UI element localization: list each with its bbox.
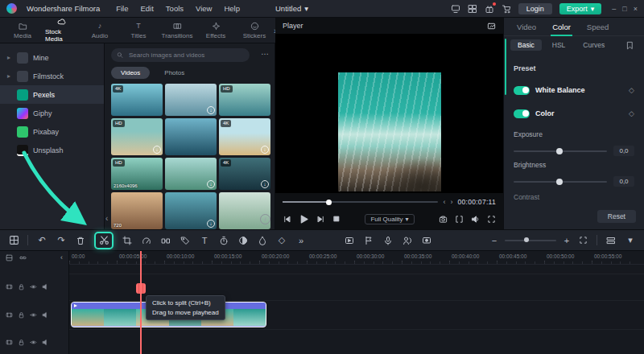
- player-detach-icon[interactable]: [487, 22, 496, 31]
- panel-collapse-icon[interactable]: ‹: [105, 214, 108, 223]
- undo-icon[interactable]: ↶: [36, 235, 47, 246]
- brightness-slider[interactable]: [514, 181, 607, 183]
- video-preview[interactable]: [338, 72, 441, 191]
- ripple-delete-icon[interactable]: [160, 235, 171, 246]
- toolbar-caret-icon[interactable]: ▾: [625, 235, 636, 246]
- zoom-slider-handle[interactable]: [524, 237, 529, 242]
- stock-video-thumbnail[interactable]: 4K: [111, 84, 163, 116]
- download-icon[interactable]: ↓: [261, 146, 269, 154]
- expand-chevron-icon[interactable]: ▸: [7, 54, 12, 61]
- text-tool-icon[interactable]: T: [199, 235, 210, 246]
- subtab-curves[interactable]: Curves: [576, 39, 612, 51]
- zoom-in-icon[interactable]: +: [561, 235, 572, 246]
- crop-icon[interactable]: [122, 235, 133, 246]
- stock-video-thumbnail[interactable]: ↓: [165, 84, 217, 116]
- previous-frame-button[interactable]: [283, 215, 291, 224]
- render-preview-icon[interactable]: [344, 235, 355, 246]
- subtab-hsl[interactable]: HSL: [545, 39, 573, 51]
- tab-stickers[interactable]: Stickers: [235, 22, 274, 39]
- login-button[interactable]: Login: [518, 3, 552, 14]
- lock-track-icon[interactable]: [18, 311, 25, 319]
- subtab-basic[interactable]: Basic: [510, 39, 542, 51]
- split-scissors-icon[interactable]: [98, 235, 109, 246]
- keyframe-icon[interactable]: ◇: [629, 86, 634, 94]
- playhead-handle[interactable]: [136, 283, 146, 294]
- more-tools-icon[interactable]: »: [295, 235, 307, 246]
- minimize-button[interactable]: –: [612, 5, 616, 13]
- exposure-value[interactable]: 0,0: [613, 146, 634, 156]
- seek-bar[interactable]: [283, 201, 438, 203]
- project-title-caret-icon[interactable]: ▾: [304, 4, 308, 13]
- tab-effects[interactable]: Effects: [196, 22, 235, 39]
- playhead-line[interactable]: [140, 251, 142, 354]
- stock-video-thumbnail[interactable]: 4K↓: [219, 158, 270, 190]
- zoom-out-icon[interactable]: −: [489, 235, 500, 246]
- play-button[interactable]: [299, 214, 309, 224]
- mute-track-icon[interactable]: [42, 283, 49, 290]
- save-preset-icon[interactable]: [625, 41, 638, 50]
- sidebar-item-giphy[interactable]: Giphy: [0, 104, 104, 122]
- tab-photos[interactable]: Photos: [155, 67, 194, 79]
- mute-track-icon[interactable]: [42, 339, 49, 346]
- stock-video-thumbnail[interactable]: ↓: [165, 192, 217, 229]
- marker-tag-icon[interactable]: [180, 235, 191, 246]
- menu-view[interactable]: View: [196, 4, 212, 13]
- keyframe-icon[interactable]: ◇: [276, 235, 287, 246]
- fit-timeline-icon[interactable]: [577, 235, 588, 246]
- prev-edit-point-icon[interactable]: ‹: [443, 198, 445, 206]
- reset-button[interactable]: Reset: [597, 210, 636, 223]
- link-clips-icon[interactable]: [19, 254, 27, 261]
- mute-track-icon[interactable]: [42, 311, 49, 319]
- chroma-key-icon[interactable]: [257, 235, 268, 246]
- tab-video[interactable]: Video: [517, 23, 536, 31]
- stock-video-thumbnail[interactable]: 720: [111, 192, 163, 229]
- download-icon[interactable]: ↓: [207, 106, 215, 114]
- timeline-ruler[interactable]: 00:00 00:00:05:00 00:00:10:00 00:00:15:0…: [69, 251, 644, 265]
- sidebar-item-pexels[interactable]: Pexels: [0, 85, 104, 104]
- redo-icon[interactable]: ↷: [56, 235, 67, 246]
- voiceover-icon[interactable]: [402, 235, 413, 246]
- download-icon[interactable]: ↓: [261, 180, 269, 188]
- download-icon[interactable]: ↓: [153, 146, 161, 154]
- tab-speed[interactable]: Speed: [587, 23, 609, 31]
- media-manager-icon[interactable]: [6, 254, 13, 261]
- store-cart-icon[interactable]: [502, 4, 511, 14]
- volume-icon[interactable]: [471, 215, 480, 224]
- stock-video-thumbnail[interactable]: [165, 118, 217, 155]
- tab-titles[interactable]: T Titles: [119, 22, 158, 39]
- white-balance-toggle[interactable]: [514, 86, 530, 95]
- delete-icon[interactable]: [75, 235, 86, 246]
- tab-videos[interactable]: Videos: [111, 67, 150, 79]
- info-icon[interactable]: i: [260, 214, 270, 224]
- expand-chevron-icon[interactable]: ▸: [7, 72, 12, 80]
- stock-video-thumbnail[interactable]: 4K↓: [219, 118, 270, 155]
- collapse-tracks-icon[interactable]: ‹: [60, 253, 63, 261]
- next-edit-point-icon[interactable]: ›: [450, 198, 452, 206]
- menu-tools[interactable]: Tools: [166, 4, 184, 13]
- lock-track-icon[interactable]: [18, 339, 25, 346]
- tab-color[interactable]: Color: [552, 23, 571, 31]
- stock-video-thumbnail[interactable]: HD2160x4096: [111, 158, 163, 190]
- mask-icon[interactable]: [237, 235, 249, 246]
- menu-edit[interactable]: Edit: [140, 4, 153, 13]
- snapshot-icon[interactable]: [439, 215, 448, 224]
- track-manager-icon[interactable]: [605, 235, 617, 246]
- speed-icon[interactable]: [141, 235, 152, 246]
- marker-flag-icon[interactable]: [363, 235, 374, 246]
- keyframe-icon[interactable]: ◇: [629, 109, 634, 117]
- display-cast-icon[interactable]: [451, 4, 460, 14]
- hide-track-icon[interactable]: [30, 283, 37, 290]
- fullscreen-icon[interactable]: [487, 215, 496, 224]
- sidebar-item-mine[interactable]: ▸ Mine: [0, 48, 104, 67]
- stock-video-thumbnail[interactable]: HD: [219, 84, 270, 116]
- project-title[interactable]: Untitled: [275, 4, 301, 13]
- screen-record-icon[interactable]: [421, 235, 432, 246]
- seek-handle[interactable]: [326, 200, 332, 205]
- export-button[interactable]: Export ▾: [559, 3, 602, 14]
- maximize-button[interactable]: □: [622, 5, 626, 13]
- hide-track-icon[interactable]: [30, 339, 37, 346]
- download-icon[interactable]: ↓: [207, 180, 215, 188]
- download-icon[interactable]: ↓: [207, 220, 215, 228]
- sidebar-item-unsplash[interactable]: Unsplash: [0, 141, 104, 159]
- mic-icon[interactable]: [382, 235, 394, 246]
